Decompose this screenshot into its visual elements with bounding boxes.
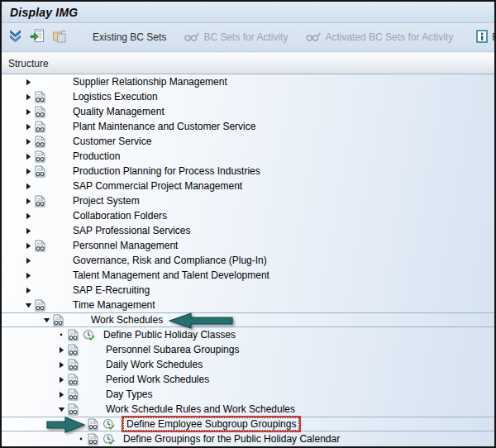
tree-item-label[interactable]: Collaboration Folders xyxy=(73,210,167,222)
tree-item[interactable]: Customer Service xyxy=(2,134,494,149)
existing-bc-sets-button[interactable]: Existing BC Sets xyxy=(90,30,169,45)
expand-arrow-icon[interactable] xyxy=(21,272,35,279)
expand-arrow-icon[interactable] xyxy=(21,153,35,160)
tree-item-label[interactable]: Define Employee Subgroup Groupings xyxy=(123,417,299,431)
tree-item-label[interactable]: Customer Service xyxy=(73,136,151,147)
tree-item[interactable]: Logistics Execution xyxy=(2,89,494,104)
tree-item[interactable]: Period Work Schedules xyxy=(2,372,494,387)
tree-item[interactable]: Governance, Risk and Compliance (Plug-In… xyxy=(2,253,494,268)
tree-item-label[interactable]: Work Schedule Rules and Work Schedules xyxy=(106,403,295,415)
display-bc-sets-button[interactable] xyxy=(30,29,45,45)
tree-item-label[interactable]: Production Planning for Process Industri… xyxy=(73,165,260,177)
tree-item[interactable]: SAP E-Recruiting xyxy=(2,283,494,298)
collapse-arrow-icon[interactable] xyxy=(40,317,53,323)
img-activity-icon[interactable] xyxy=(103,433,117,446)
tree-item[interactable]: Project System xyxy=(2,193,494,208)
expand-arrow-icon[interactable] xyxy=(21,123,35,131)
tree-item[interactable]: Personnel Management xyxy=(2,238,494,253)
tree-item[interactable]: Work Schedules xyxy=(2,312,494,327)
img-structure-tree[interactable]: Supplier Relationship ManagementLogistic… xyxy=(2,74,494,446)
glasses-icon xyxy=(184,31,199,44)
expand-arrow-icon[interactable] xyxy=(55,346,68,354)
tree-item-label[interactable]: Plant Maintenance and Customer Service xyxy=(73,121,255,132)
tree-item-label[interactable]: Define Groupings for the Public Holiday … xyxy=(123,433,340,445)
tree-item[interactable]: Day Types xyxy=(2,387,494,402)
tree-item-label[interactable]: SAP Professional Services xyxy=(73,225,191,236)
collapse-arrow-icon[interactable] xyxy=(21,303,35,308)
tree-item-label[interactable]: Project System xyxy=(73,195,140,207)
document-glasses-icon[interactable] xyxy=(35,195,50,207)
expand-collapse-button[interactable] xyxy=(8,29,22,45)
tree-item-label[interactable]: Production xyxy=(73,150,120,162)
tree-item-label[interactable]: Work Schedules xyxy=(91,314,163,326)
tree-item-label[interactable]: Governance, Risk and Compliance (Plug-In… xyxy=(73,255,267,266)
expand-arrow-icon[interactable] xyxy=(55,361,68,369)
document-glasses-icon[interactable] xyxy=(68,403,83,416)
expand-arrow-icon[interactable] xyxy=(55,376,68,384)
document-glasses-icon[interactable] xyxy=(35,165,50,178)
expand-arrow-icon[interactable] xyxy=(21,212,35,220)
tree-item-label[interactable]: Talent Management and Talent Development xyxy=(73,269,269,281)
document-glasses-icon[interactable] xyxy=(35,121,50,133)
document-glasses-icon[interactable] xyxy=(88,433,103,446)
document-glasses-icon[interactable] xyxy=(35,106,50,118)
tree-item[interactable]: Personnel Subarea Groupings xyxy=(2,342,494,357)
tree-item-label[interactable]: SAP Commercial Project Management xyxy=(73,180,242,192)
tree-item[interactable]: Production xyxy=(2,149,494,164)
expand-arrow-icon[interactable] xyxy=(21,287,35,294)
document-glasses-icon[interactable] xyxy=(53,314,68,326)
expand-arrow-icon[interactable] xyxy=(21,257,35,265)
tree-item[interactable]: Define Groupings for the Public Holiday … xyxy=(2,431,494,446)
tree-item-label[interactable]: Personnel Subarea Groupings xyxy=(106,344,239,355)
tree-item[interactable]: Define Employee Subgroup Groupings xyxy=(2,417,494,431)
tree-item-label[interactable]: Period Work Schedules xyxy=(106,374,209,385)
expand-arrow-icon[interactable] xyxy=(21,168,35,175)
document-glasses-icon[interactable] xyxy=(35,136,50,148)
img-activity-icon[interactable] xyxy=(103,418,117,431)
document-glasses-icon[interactable] xyxy=(68,344,83,356)
expand-arrow-icon[interactable] xyxy=(21,183,35,190)
tree-item[interactable]: Quality Management xyxy=(2,104,494,119)
tree-item[interactable]: Define Public Holiday Classes xyxy=(2,327,494,342)
tree-item-label[interactable]: Personnel Management xyxy=(73,240,178,251)
expand-arrow-icon[interactable] xyxy=(21,227,35,235)
document-glasses-icon[interactable] xyxy=(35,91,50,103)
expand-arrow-icon[interactable] xyxy=(21,242,35,250)
tree-item-label[interactable]: Define Public Holiday Classes xyxy=(103,329,236,341)
expand-arrow-icon[interactable] xyxy=(21,93,35,101)
document-glasses-icon[interactable] xyxy=(88,418,103,431)
expand-arrow-icon[interactable] xyxy=(21,198,35,205)
expand-arrow-icon[interactable] xyxy=(21,79,35,86)
tree-item[interactable]: Plant Maintenance and Customer Service xyxy=(2,119,494,134)
release-notes-button[interactable]: Release xyxy=(474,28,496,47)
img-activity-icon[interactable] xyxy=(83,329,97,341)
tree-item[interactable]: SAP Professional Services xyxy=(2,223,494,238)
tree-item[interactable]: Talent Management and Talent Development xyxy=(2,268,494,283)
document-glasses-icon[interactable] xyxy=(68,329,83,341)
tree-item[interactable]: Time Management xyxy=(2,298,494,312)
copy-button[interactable] xyxy=(52,29,67,45)
expand-arrow-icon[interactable] xyxy=(21,138,35,145)
document-glasses-icon[interactable] xyxy=(35,150,50,163)
expand-arrow-icon[interactable] xyxy=(21,108,35,116)
tree-item[interactable]: Collaboration Folders xyxy=(2,208,494,223)
document-glasses-icon[interactable] xyxy=(35,240,50,252)
collapse-arrow-icon[interactable] xyxy=(55,407,68,412)
tree-item-label[interactable]: Supplier Relationship Management xyxy=(73,76,227,88)
document-glasses-icon[interactable] xyxy=(68,388,83,401)
tree-item-label[interactable]: Daily Work Schedules xyxy=(106,359,203,370)
tree-item[interactable]: Production Planning for Process Industri… xyxy=(2,164,494,179)
document-glasses-icon[interactable] xyxy=(68,359,83,371)
tree-item[interactable]: Work Schedule Rules and Work Schedules xyxy=(2,402,494,417)
tree-item[interactable]: Daily Work Schedules xyxy=(2,357,494,372)
tree-item-label[interactable]: Quality Management xyxy=(73,106,165,117)
tree-item[interactable]: SAP Commercial Project Management xyxy=(2,179,494,193)
document-glasses-icon[interactable] xyxy=(35,299,50,312)
tree-item-label[interactable]: SAP E-Recruiting xyxy=(73,284,150,296)
tree-item-label[interactable]: Day Types xyxy=(106,388,152,400)
tree-item[interactable]: Supplier Relationship Management xyxy=(2,74,494,89)
document-glasses-icon[interactable] xyxy=(68,374,83,386)
tree-item-label[interactable]: Time Management xyxy=(73,299,155,311)
tree-item-label[interactable]: Logistics Execution xyxy=(73,91,158,102)
expand-arrow-icon[interactable] xyxy=(55,391,68,398)
